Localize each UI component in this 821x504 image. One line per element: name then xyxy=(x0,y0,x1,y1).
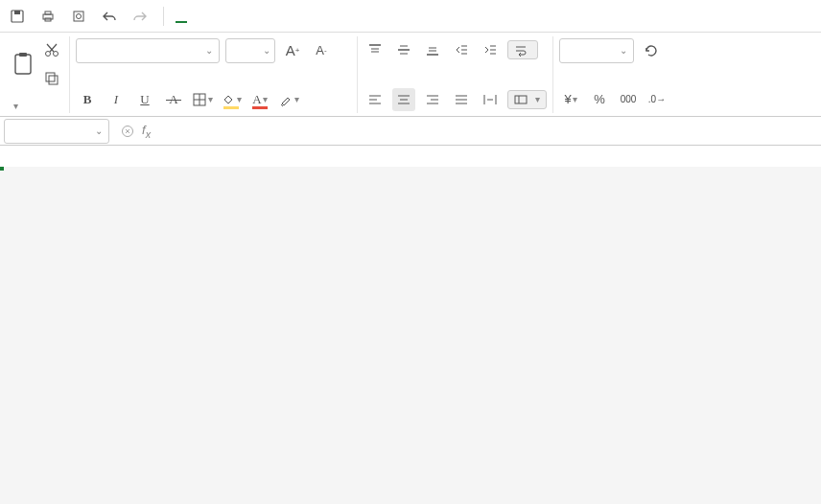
align-middle-icon[interactable] xyxy=(392,38,415,61)
align-bottom-icon[interactable] xyxy=(421,38,444,61)
tab-view[interactable] xyxy=(291,11,302,22)
tab-formula[interactable] xyxy=(233,11,245,22)
align-justify-icon[interactable] xyxy=(450,88,473,111)
svg-point-10 xyxy=(54,51,59,56)
ribbon: ▾ ⌄ ⌄ A+ A- B I U A ▾ ▾ A▾ ▾ xyxy=(0,33,821,117)
formula-input[interactable] xyxy=(158,124,813,138)
svg-rect-7 xyxy=(15,55,31,74)
group-font: ⌄ ⌄ A+ A- B I U A ▾ ▾ A▾ ▾ xyxy=(70,36,358,113)
merge-button[interactable]: ▾ xyxy=(507,90,547,109)
align-center-icon[interactable] xyxy=(392,88,415,111)
font-increase-icon[interactable]: A+ xyxy=(281,39,304,62)
currency-icon[interactable]: ¥▾ xyxy=(559,88,582,111)
svg-rect-11 xyxy=(46,73,55,81)
svg-rect-8 xyxy=(19,53,27,57)
copy-icon[interactable] xyxy=(40,67,63,90)
wrap-text-button[interactable] xyxy=(507,40,538,59)
indent-increase-icon[interactable] xyxy=(479,38,502,61)
percent-icon[interactable]: % xyxy=(588,88,611,111)
font-decrease-icon[interactable]: A- xyxy=(310,39,333,62)
comma-icon[interactable]: 000 xyxy=(617,88,640,111)
border-button[interactable]: ▾ xyxy=(191,88,214,111)
group-number: ⌄ ¥▾ % 000 .0→ xyxy=(553,36,674,113)
tab-tools[interactable] xyxy=(310,11,321,22)
bold-button[interactable]: B xyxy=(76,88,99,111)
formula-bar: ⌄ fx xyxy=(0,117,821,146)
align-right-icon[interactable] xyxy=(421,88,444,111)
strikethrough-button[interactable]: A xyxy=(162,88,185,111)
paste-button[interactable] xyxy=(12,51,35,78)
font-color-button[interactable]: A▾ xyxy=(248,88,271,111)
font-size-select[interactable]: ⌄ xyxy=(225,38,275,63)
name-box[interactable]: ⌄ xyxy=(4,119,109,144)
align-left-icon[interactable] xyxy=(364,88,387,111)
menubar xyxy=(0,0,821,33)
svg-rect-5 xyxy=(74,11,83,21)
refresh-icon[interactable] xyxy=(640,39,663,62)
decimal-increase-icon[interactable]: .0→ xyxy=(645,88,669,111)
italic-button[interactable]: I xyxy=(105,88,128,111)
tab-insert[interactable] xyxy=(195,11,206,22)
align-top-icon[interactable] xyxy=(364,38,387,61)
print-preview-icon[interactable] xyxy=(67,5,90,28)
svg-point-6 xyxy=(77,13,82,18)
spreadsheet-grid xyxy=(0,146,821,167)
undo-icon[interactable] xyxy=(98,5,121,28)
svg-rect-1 xyxy=(14,11,20,14)
fill-color-button[interactable]: ▾ xyxy=(220,88,243,111)
number-format-select[interactable]: ⌄ xyxy=(559,38,634,63)
indent-decrease-icon[interactable] xyxy=(450,38,473,61)
underline-button[interactable]: U xyxy=(133,88,156,111)
paste-label[interactable]: ▾ xyxy=(12,101,63,111)
save-icon[interactable] xyxy=(6,5,29,28)
tab-data[interactable] xyxy=(252,11,264,22)
cut-icon[interactable] xyxy=(40,38,63,61)
clear-format-button[interactable]: ▾ xyxy=(277,88,300,111)
font-name-select[interactable]: ⌄ xyxy=(76,38,220,63)
fx-icon[interactable]: fx xyxy=(142,123,151,140)
tab-member[interactable] xyxy=(329,11,340,22)
redo-icon[interactable] xyxy=(129,5,152,28)
distribute-icon[interactable] xyxy=(479,88,502,111)
svg-rect-46 xyxy=(515,96,527,103)
print-icon[interactable] xyxy=(36,5,59,28)
svg-rect-12 xyxy=(49,76,58,84)
cancel-formula-icon[interactable] xyxy=(121,125,134,138)
group-align: ▾ xyxy=(358,36,553,113)
tab-page[interactable] xyxy=(214,11,225,22)
svg-rect-3 xyxy=(45,11,51,14)
tab-review[interactable] xyxy=(271,11,283,22)
group-clipboard: ▾ xyxy=(6,36,70,113)
tab-home[interactable] xyxy=(176,10,187,23)
svg-point-9 xyxy=(46,51,51,56)
